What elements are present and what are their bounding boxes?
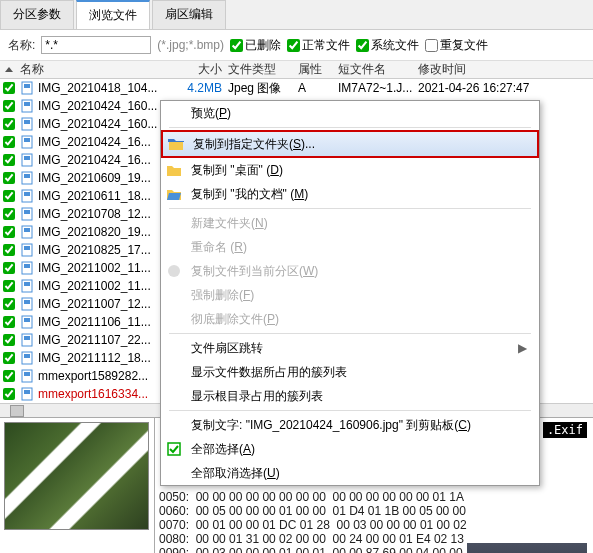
row-checkbox[interactable] (3, 262, 15, 274)
row-checkbox[interactable] (3, 388, 15, 400)
menu-unselect-all[interactable]: 全部取消选择(U) (161, 461, 539, 485)
file-image-icon (20, 351, 34, 365)
menu-copy-to-folder[interactable]: 复制到指定文件夹(S)... (161, 130, 539, 158)
col-header-name[interactable]: 名称 (18, 61, 178, 78)
tab-browse-files[interactable]: 浏览文件 (76, 0, 150, 29)
file-name: IMG_20210424_160... (38, 117, 157, 131)
col-header-attr[interactable]: 属性 (298, 61, 338, 78)
context-menu: 预览(P) 复制到指定文件夹(S)... 复制到 "桌面" (D) 复制到 "我… (160, 100, 540, 486)
file-name: IMG_20210609_19... (38, 171, 151, 185)
tab-sector-edit[interactable]: 扇区编辑 (152, 0, 226, 29)
folder-icon (165, 161, 183, 179)
menu-copy-desktop[interactable]: 复制到 "桌面" (D) (161, 158, 539, 182)
file-name: IMG_20211107_22... (38, 333, 151, 347)
name-label: 名称: (8, 37, 35, 54)
chk-normal-label: 正常文件 (302, 37, 350, 54)
row-checkbox[interactable] (3, 100, 15, 112)
svg-rect-23 (24, 282, 30, 286)
file-shortname: IM7A72~1.J... (338, 81, 418, 95)
file-name: IMG_20211007_12... (38, 297, 151, 311)
col-header-short[interactable]: 短文件名 (338, 61, 418, 78)
row-checkbox[interactable] (3, 280, 15, 292)
file-image-icon (20, 261, 34, 275)
file-name: IMG_20210424_16... (38, 153, 151, 167)
check-icon (165, 440, 183, 458)
row-checkbox[interactable] (3, 370, 15, 382)
row-checkbox[interactable] (3, 244, 15, 256)
menu-copy-to-partition: 复制文件到当前分区(W) (161, 259, 539, 283)
svg-rect-1 (24, 84, 30, 88)
file-name: IMG_20211106_11... (38, 315, 151, 329)
tab-partition-params[interactable]: 分区参数 (0, 0, 74, 29)
sort-asc-icon[interactable] (5, 67, 13, 72)
file-image-icon (20, 171, 34, 185)
row-checkbox[interactable] (3, 316, 15, 328)
row-checkbox[interactable] (3, 154, 15, 166)
menu-copy-documents[interactable]: 复制到 "我的文档" (M) (161, 182, 539, 206)
file-name: IMG_20210820_19... (38, 225, 151, 239)
folder-open-icon (165, 185, 183, 203)
file-image-icon (20, 189, 34, 203)
file-name: mmexport1616334... (38, 387, 148, 401)
hex-line: 0070: 00 01 00 00 01 DC 01 28 00 03 00 0… (159, 518, 589, 532)
svg-point-36 (168, 265, 180, 277)
file-name: IMG_20210418_104... (38, 81, 157, 95)
menu-preview[interactable]: 预览(P) (161, 101, 539, 125)
svg-rect-21 (24, 264, 30, 268)
file-image-icon (20, 117, 34, 131)
row-checkbox[interactable] (3, 352, 15, 364)
row-checkbox[interactable] (3, 190, 15, 202)
file-image-icon (20, 369, 34, 383)
menu-new-folder: 新建文件夹(N) (161, 211, 539, 235)
file-name: IMG_20210825_17... (38, 243, 151, 257)
svg-rect-15 (24, 210, 30, 214)
file-image-icon (20, 135, 34, 149)
chk-duplicate[interactable] (425, 39, 438, 52)
file-image-icon (20, 99, 34, 113)
row-checkbox[interactable] (3, 208, 15, 220)
svg-rect-33 (24, 372, 30, 376)
menu-show-root-clusters[interactable]: 显示根目录占用的簇列表 (161, 384, 539, 408)
row-checkbox[interactable] (3, 118, 15, 130)
row-checkbox[interactable] (3, 334, 15, 346)
chk-system-label: 系统文件 (371, 37, 419, 54)
svg-rect-27 (24, 318, 30, 322)
hex-line: 0060: 00 05 00 00 00 01 00 00 01 D4 01 1… (159, 504, 589, 518)
menu-copy-text[interactable]: 复制文字: "IMG_20210424_160906.jpg" 到剪贴板(C) (161, 413, 539, 437)
col-header-type[interactable]: 文件类型 (228, 61, 298, 78)
chk-deleted[interactable] (230, 39, 243, 52)
file-name: mmexport1589282... (38, 369, 148, 383)
chk-normal[interactable] (287, 39, 300, 52)
svg-rect-3 (24, 102, 30, 106)
file-name: IMG_20210708_12... (38, 207, 151, 221)
file-image-icon (20, 333, 34, 347)
row-checkbox[interactable] (3, 298, 15, 310)
thumbnail-image (4, 422, 149, 530)
menu-permanent-delete: 彻底删除文件(P) (161, 307, 539, 331)
file-type: Jpeg 图像 (228, 80, 298, 97)
folder-icon (167, 135, 185, 153)
row-checkbox[interactable] (3, 136, 15, 148)
name-filter-input[interactable] (41, 36, 151, 54)
menu-select-all[interactable]: 全部选择(A) (161, 437, 539, 461)
chk-system[interactable] (356, 39, 369, 52)
svg-rect-5 (24, 120, 30, 124)
row-checkbox[interactable] (3, 82, 15, 94)
row-checkbox[interactable] (3, 172, 15, 184)
chk-duplicate-label: 重复文件 (440, 37, 488, 54)
file-row[interactable]: IMG_20210418_104...4.2MBJpeg 图像AIM7A72~1… (0, 79, 593, 97)
menu-sector-jump[interactable]: 文件扇区跳转▶ (161, 336, 539, 360)
thumbnail-pane (0, 418, 155, 553)
svg-rect-13 (24, 192, 30, 196)
row-checkbox[interactable] (3, 226, 15, 238)
file-name: IMG_20211002_11... (38, 261, 151, 275)
disk-icon (165, 262, 183, 280)
menu-show-data-clusters[interactable]: 显示文件数据所占用的簇列表 (161, 360, 539, 384)
tab-bar: 分区参数 浏览文件 扇区编辑 (0, 0, 593, 30)
menu-force-delete: 强制删除(F) (161, 283, 539, 307)
file-name: IMG_20210611_18... (38, 189, 151, 203)
hex-side-image (467, 543, 587, 553)
col-header-date[interactable]: 修改时间 (418, 61, 578, 78)
file-date: 2021-04-26 16:27:47 (418, 81, 578, 95)
col-header-size[interactable]: 大小 (178, 61, 228, 78)
